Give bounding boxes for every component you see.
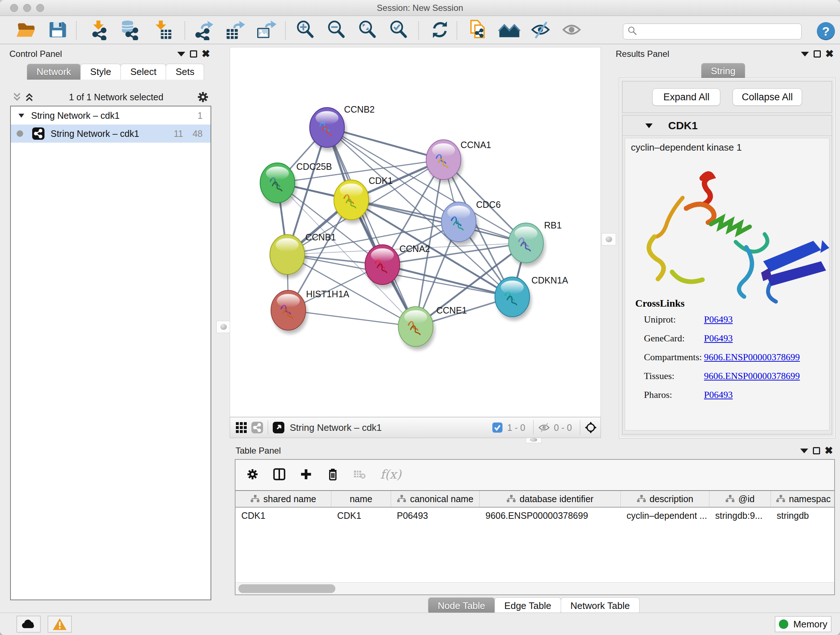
node-CCNB2[interactable] [309,108,346,151]
node-RB1[interactable] [508,223,545,266]
node-CDKN1A[interactable] [495,277,531,320]
column-header-shared-name[interactable]: shared name [235,491,332,507]
node-count: 11 [174,128,183,139]
network-canvas[interactable]: CCNB2CCNA1CDC25BCDK1CDC6RB1CCNB1CCNA2CDK… [230,47,601,417]
memory-button[interactable]: Memory [775,616,831,632]
selected-checkbox[interactable] [491,422,504,433]
tree-expand-icon [17,111,25,119]
results-panel-float-button[interactable] [811,49,823,59]
tab-sets[interactable]: Sets [166,64,204,80]
cloud-status-button[interactable] [17,616,41,632]
table-panel-close-button[interactable]: ✖ [823,445,835,456]
node-CDK1[interactable] [334,180,370,223]
open-session-button[interactable] [14,20,38,41]
delete-table-button-disabled[interactable] [354,469,366,480]
crosslink-row: Pharos:P06493 [635,390,826,401]
results-panel-close-button[interactable]: ✖ [823,49,836,59]
results-panel-menu-button[interactable] [799,49,811,59]
table-cell[interactable]: stringdb:9... [709,510,771,521]
collapse-all-networks-button[interactable] [11,92,23,103]
node-CCNA1[interactable] [426,140,463,183]
table-cell[interactable]: stringdb [771,510,834,521]
table-panel-float-button[interactable] [810,445,823,456]
table-cell[interactable]: CDK1 [235,510,332,521]
hidden-toggle[interactable] [538,422,550,433]
crosslink-link[interactable]: 9606.ENSP00000378699 [704,371,800,382]
table-cell[interactable]: 9606.ENSP00000378699 [480,510,621,521]
collapse-all-button[interactable]: Collapse All [733,88,802,106]
apply-layout-button[interactable] [428,20,452,41]
first-neighbors-button[interactable] [498,20,521,41]
detach-view-button[interactable] [272,422,285,433]
table-options-button[interactable] [246,469,259,480]
tab-style[interactable]: Style [80,64,121,80]
tab-node-table[interactable]: Node Table [428,597,495,614]
crosslink-link[interactable]: 9606.ENSP00000378699 [704,352,800,363]
network-collection-row[interactable]: String Network – cdk1 1 [11,106,210,125]
help-button[interactable]: ? [817,22,835,40]
table-row[interactable]: CDK1CDK1P064939606.ENSP00000378699cyclin… [235,508,834,524]
save-session-button[interactable] [46,20,69,41]
copy-network-button[interactable] [466,20,489,41]
crosslink-link[interactable]: P06493 [704,314,733,325]
network-view-button-disabled[interactable] [251,422,264,433]
gene-section-header[interactable]: CDK1 [622,116,832,136]
crosslink-link[interactable]: P06493 [704,333,733,344]
column-header-name[interactable]: name [332,491,391,507]
table-cell[interactable]: cyclin–dependent ... [621,510,709,521]
import-network-file-button[interactable] [87,20,110,41]
node-CCNA2[interactable] [365,245,401,288]
show-columns-button[interactable] [273,469,286,480]
network-options-button[interactable] [197,92,209,103]
show-all-button[interactable] [560,20,583,41]
crosslink-link[interactable]: P06493 [704,390,733,401]
zoom-selected-button[interactable] [387,20,410,41]
control-panel-float-button[interactable] [187,49,200,59]
node-CDC6[interactable] [441,202,478,245]
zoom-in-button[interactable] [294,20,317,41]
zoom-fit-button[interactable] [356,20,379,41]
table-cell[interactable]: CDK1 [332,510,391,521]
scrollbar-thumb[interactable] [238,584,335,593]
tab-network-table[interactable]: Network Table [561,597,639,614]
column-header-description[interactable]: description [621,491,709,507]
zoom-out-button[interactable] [325,20,348,41]
column-header-canonical-name[interactable]: canonical name [391,491,480,507]
control-panel-menu-button[interactable] [175,49,187,59]
control-panel-close-button[interactable]: ✖ [200,49,212,59]
table-panel-menu-button[interactable] [798,445,810,456]
column-header-namespac[interactable]: namespac [771,491,834,507]
warnings-button[interactable] [48,616,72,632]
function-builder-button-disabled[interactable]: f(x) [380,467,401,481]
export-image-button[interactable] [255,20,278,41]
tab-edge-table[interactable]: Edge Table [494,597,561,614]
node-CCNE1[interactable] [398,307,435,350]
table-cell[interactable]: P06493 [391,510,480,521]
import-network-database-button[interactable] [118,20,141,41]
birdseye-toggle-button[interactable] [584,422,597,433]
grid-view-button[interactable] [235,422,248,433]
node-HIST1H1A[interactable] [271,290,308,334]
toolbar-search[interactable] [623,24,802,40]
delete-column-button[interactable] [327,469,339,480]
node-CDC25B[interactable] [260,163,297,206]
tab-select[interactable]: Select [120,64,166,80]
export-image-icon [256,19,277,42]
export-network-button[interactable] [193,20,216,41]
column-header-database-identifier[interactable]: database identifier [480,491,621,507]
hide-selected-button[interactable] [529,20,552,41]
left-splitter-handle[interactable] [216,321,231,333]
expand-all-networks-button[interactable] [23,92,35,103]
table-horizontal-scrollbar[interactable] [235,582,834,594]
add-column-button[interactable] [300,469,312,480]
export-table-button[interactable] [224,20,247,41]
network-row-selected[interactable]: String Network – cdk1 11 48 [11,125,210,143]
expand-all-button[interactable]: Expand All [652,88,720,106]
tab-network[interactable]: Network [27,64,81,80]
caret-down-icon [801,52,809,57]
import-table-button[interactable] [151,20,174,41]
search-input[interactable] [638,27,801,36]
column-header-@id[interactable]: @id [709,491,771,507]
node-CCNB1[interactable] [270,234,306,278]
tab-string[interactable]: String [701,63,745,79]
